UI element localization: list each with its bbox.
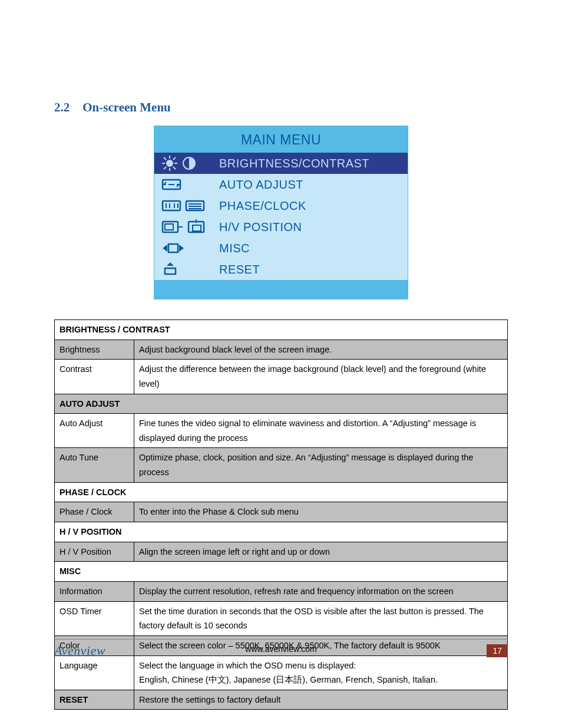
section-number: 2.2: [54, 100, 70, 114]
page-number: 17: [487, 644, 508, 657]
table-row: Phase / ClockTo enter into the Phase & C…: [55, 502, 508, 522]
table-label-cell: OSD Timer: [55, 601, 134, 635]
osd-footer-bar: [154, 280, 408, 299]
osd-item-label: BRIGHTNESS/CONTRAST: [219, 157, 369, 170]
table-header-cell: RESET: [55, 690, 134, 710]
svg-marker-27: [163, 245, 167, 252]
reset-icon: [161, 262, 219, 276]
footer-url: www.avenview.com: [54, 644, 508, 654]
osd-item-phase-clock: PHASE/CLOCK: [154, 195, 408, 216]
table-label-cell: Language: [55, 655, 134, 690]
table-section-header: MISC: [55, 562, 508, 582]
brand-logo: Avenview: [54, 643, 105, 658]
table-section-header: AUTO ADJUST: [55, 394, 508, 414]
section-heading: 2.2On-screen Menu: [54, 100, 508, 115]
table-label-cell: Brightness: [55, 340, 134, 360]
section-title: On-screen Menu: [82, 100, 171, 114]
svg-rect-31: [165, 268, 176, 274]
svg-rect-22: [165, 224, 173, 230]
table-desc-cell: Fine tunes the video signal to eliminate…: [134, 414, 508, 448]
page-footer: Avenview www.avenview.com 17: [54, 639, 508, 658]
table-header-cell: AUTO ADJUST: [55, 394, 508, 414]
hv-position-icon: [161, 219, 219, 235]
table-header-cell: PHASE / CLOCK: [55, 482, 508, 502]
osd-item-reset: RESET: [154, 259, 408, 280]
brightness-contrast-icon: [161, 155, 219, 172]
osd-item-label: PHASE/CLOCK: [219, 199, 306, 213]
svg-marker-30: [167, 262, 174, 266]
table-label-cell: H / V Position: [55, 542, 134, 562]
svg-rect-28: [168, 244, 178, 252]
osd-item-hv-position: H/V POSITION: [154, 216, 408, 238]
svg-line-6: [173, 167, 176, 169]
table-section-header: H / V POSITION: [55, 522, 508, 542]
table-row: H / V PositionAlign the screen image lef…: [55, 542, 508, 562]
svg-line-7: [173, 157, 176, 160]
table-desc-cell: Set the time duration in seconds that th…: [134, 601, 508, 635]
osd-item-misc: MISC: [154, 238, 408, 259]
table-desc-cell: Display the current resolution, refresh …: [134, 581, 508, 601]
table-label-cell: Phase / Clock: [55, 502, 134, 522]
table-section-header: RESETRestore the settings to factory def…: [55, 690, 508, 710]
svg-marker-29: [179, 245, 184, 252]
document-page: 2.2On-screen Menu MAIN MENU BRIGHTNESS/C…: [0, 0, 562, 728]
table-desc-cell: Adjust the difference between the image …: [134, 360, 508, 394]
table-desc-cell: Select the language in which the OSD men…: [134, 655, 508, 690]
svg-line-5: [164, 157, 166, 160]
table-row: LanguageSelect the language in which the…: [55, 655, 508, 690]
svg-line-8: [164, 167, 166, 169]
table-header-cell: BRIGHTNESS / CONTRAST: [55, 320, 508, 340]
table-label-cell: Auto Adjust: [55, 414, 134, 448]
table-label-cell: Information: [55, 581, 134, 601]
auto-adjust-icon: [161, 177, 219, 192]
osd-item-label: MISC: [219, 242, 250, 255]
table-desc-cell: To enter into the Phase & Clock sub menu: [134, 502, 508, 522]
table-row: BrightnessAdjust background black level …: [55, 340, 508, 360]
misc-icon: [161, 241, 219, 255]
phase-clock-icon: [161, 199, 219, 213]
osd-item-label: AUTO ADJUST: [219, 178, 303, 192]
table-label-cell: Auto Tune: [55, 448, 134, 482]
table-desc-cell: Adjust background black level of the scr…: [134, 340, 508, 360]
table-label-cell: Contrast: [55, 360, 134, 394]
table-desc-cell: Restore the settings to factory default: [134, 690, 508, 710]
table-desc-cell: Optimize phase, clock, position and size…: [134, 448, 508, 482]
table-header-cell: MISC: [55, 562, 508, 582]
svg-rect-25: [193, 225, 201, 231]
osd-title: MAIN MENU: [154, 126, 408, 153]
osd-main-menu: MAIN MENU BRIGHTNESS/CONTRAST AUTO ADJUS…: [154, 126, 408, 299]
svg-point-0: [167, 160, 173, 166]
table-row: Auto TuneOptimize phase, clock, position…: [55, 448, 508, 482]
table-row: InformationDisplay the current resolutio…: [55, 581, 508, 601]
table-row: ContrastAdjust the difference between th…: [55, 360, 508, 394]
table-header-cell: H / V POSITION: [55, 522, 508, 542]
table-row: OSD TimerSet the time duration in second…: [55, 601, 508, 635]
osd-item-auto-adjust: AUTO ADJUST: [154, 174, 408, 195]
osd-item-brightness-contrast: BRIGHTNESS/CONTRAST: [154, 153, 408, 174]
table-section-header: BRIGHTNESS / CONTRAST: [55, 320, 508, 340]
table-section-header: PHASE / CLOCK: [55, 482, 508, 502]
table-row: Auto AdjustFine tunes the video signal t…: [55, 414, 508, 448]
osd-item-label: H/V POSITION: [219, 220, 302, 234]
table-desc-cell: Align the screen image left or right and…: [134, 542, 508, 562]
osd-item-label: RESET: [219, 263, 260, 276]
